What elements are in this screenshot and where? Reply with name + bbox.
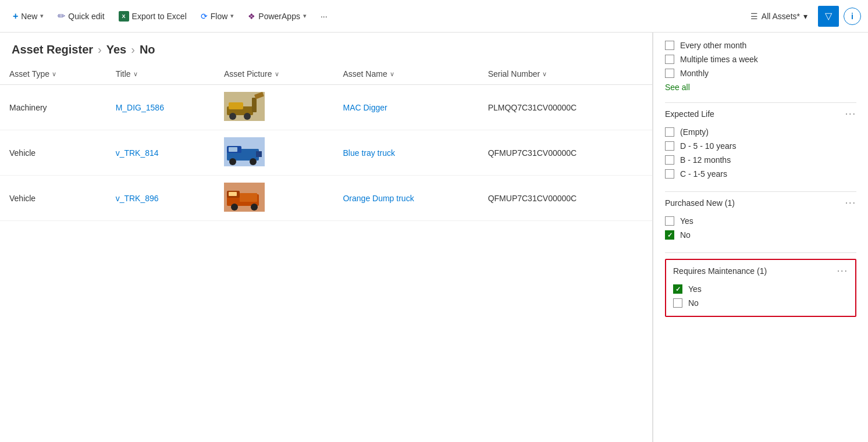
filter-section-requires-maintenance: Requires Maintenance (1) ··· Yes No — [665, 259, 856, 317]
svg-point-12 — [250, 158, 257, 165]
asset-type-cell: Vehicle — [0, 130, 106, 176]
toolbar: + New ▾ ✏ Quick edit X Export to Excel ⟳… — [0, 0, 868, 33]
serial-number-cell: PLMQQ7C31CV00000C — [479, 85, 652, 130]
filter-item-maint-no[interactable]: No — [673, 296, 848, 310]
label-purchased-yes: Yes — [680, 216, 693, 226]
title-cell[interactable]: v_TRK_896 — [106, 176, 215, 221]
all-assets-button[interactable]: ☰ All Assets* ▾ — [745, 8, 813, 24]
col-title-label: Title — [116, 69, 131, 79]
info-icon: i — [851, 12, 853, 21]
svg-rect-2 — [229, 102, 243, 109]
cb-purchased-no[interactable] — [665, 230, 674, 240]
filter-item-maint-yes[interactable]: Yes — [673, 282, 848, 296]
breadcrumb-level2: No — [140, 43, 155, 56]
quick-edit-button[interactable]: ✏ Quick edit — [52, 7, 110, 25]
cb-1-5-years[interactable] — [665, 169, 674, 179]
requires-maintenance-header: Requires Maintenance (1) ··· — [673, 266, 848, 276]
table-row: Vehicle v_TRK_814 Blue tray truck QFMUP7… — [0, 130, 652, 176]
col-asset-name-label: Asset Name — [343, 69, 387, 79]
filter-item-monthly[interactable]: Monthly — [665, 66, 856, 80]
svg-point-11 — [229, 158, 236, 165]
filter-item-purchased-yes[interactable]: Yes — [665, 214, 856, 228]
all-assets-chevron-icon: ▾ — [803, 12, 807, 21]
breadcrumb-sep-1: › — [98, 43, 102, 56]
asset-name-cell[interactable]: Orange Dump truck — [333, 176, 478, 221]
purchased-new-menu-icon[interactable]: ··· — [845, 198, 856, 208]
filter-item-empty[interactable]: (Empty) — [665, 125, 856, 139]
filter-item-multiple-times[interactable]: Multiple times a week — [665, 52, 856, 66]
label-every-other-month: Every other month — [680, 41, 746, 50]
excel-icon: X — [119, 11, 129, 22]
asset-table: Asset Type ∨ Title ∨ Asset Picture — [0, 63, 652, 221]
list-area: Asset Register › Yes › No Asset Type ∨ — [0, 33, 653, 442]
col-header-asset-type[interactable]: Asset Type ∨ — [0, 63, 106, 85]
table-row: Machinery M_DIG_1586 MAC Digger PLMQQ7C3… — [0, 85, 652, 130]
cb-empty[interactable] — [665, 127, 674, 137]
col-asset-picture-sort-icon: ∨ — [275, 70, 279, 78]
filter-item-1-5-years[interactable]: C - 1-5 years — [665, 167, 856, 181]
quick-edit-label: Quick edit — [68, 12, 104, 21]
export-excel-button[interactable]: X Export to Excel — [113, 8, 193, 25]
svg-point-18 — [231, 204, 238, 211]
cb-12-months[interactable] — [665, 155, 674, 165]
new-icon: + — [13, 11, 18, 22]
filter-item-5-10-years[interactable]: D - 5 - 10 years — [665, 139, 856, 153]
flow-icon: ⟳ — [201, 12, 208, 21]
label-purchased-no: No — [680, 230, 691, 240]
title-cell[interactable]: M_DIG_1586 — [106, 85, 215, 130]
filter-button[interactable]: ▽ — [818, 6, 839, 27]
divider-2 — [665, 191, 856, 192]
all-assets-label: All Assets* — [762, 12, 800, 21]
cb-purchased-yes[interactable] — [665, 216, 674, 226]
more-button[interactable]: ··· — [315, 8, 333, 24]
requires-maintenance-menu-icon[interactable]: ··· — [837, 266, 848, 276]
col-header-asset-name[interactable]: Asset Name ∨ — [333, 63, 478, 85]
expected-life-menu-icon[interactable]: ··· — [845, 109, 856, 119]
cb-5-10-years[interactable] — [665, 141, 674, 151]
table-header-row: Asset Type ∨ Title ∨ Asset Picture — [0, 63, 652, 85]
serial-number-cell: QFMUP7C31CV00000C — [479, 130, 652, 176]
info-button[interactable]: i — [844, 8, 861, 25]
flow-label: Flow — [211, 12, 228, 21]
filter-item-purchased-no[interactable]: No — [665, 228, 856, 242]
asset-name-cell[interactable]: Blue tray truck — [333, 130, 478, 176]
col-serial-number-sort-icon: ∨ — [542, 70, 547, 78]
new-button[interactable]: + New ▾ — [7, 8, 49, 25]
col-serial-number-label: Serial Number — [488, 69, 540, 79]
main-content: Asset Register › Yes › No Asset Type ∨ — [0, 33, 868, 442]
export-label: Export to Excel — [132, 12, 187, 21]
purchased-new-title: Purchased New (1) — [665, 198, 735, 208]
filter-item-12-months[interactable]: B - 12 months — [665, 153, 856, 167]
expected-life-title: Expected Life — [665, 109, 714, 119]
powerapps-button[interactable]: ❖ PowerApps ▾ — [242, 8, 312, 24]
lines-icon: ☰ — [750, 12, 758, 21]
cb-maint-no[interactable] — [673, 298, 682, 308]
divider-1 — [665, 102, 856, 103]
cb-every-other-month[interactable] — [665, 41, 674, 50]
asset-name-cell[interactable]: MAC Digger — [333, 85, 478, 130]
asset-picture-cell — [215, 130, 333, 176]
powerapps-chevron-icon: ▾ — [303, 12, 307, 20]
purchased-new-header: Purchased New (1) ··· — [665, 198, 856, 208]
title-cell[interactable]: v_TRK_814 — [106, 130, 215, 176]
svg-rect-5 — [252, 98, 257, 112]
svg-point-3 — [229, 113, 236, 120]
col-header-serial-number[interactable]: Serial Number ∨ — [479, 63, 652, 85]
filter-item-every-other-month[interactable]: Every other month — [665, 38, 856, 52]
asset-type-cell: Vehicle — [0, 176, 106, 221]
svg-point-4 — [244, 113, 251, 120]
filter-section-purchased-new: Purchased New (1) ··· Yes No — [665, 198, 856, 242]
table-row: Vehicle v_TRK_896 Orange Dump truck QFMU… — [0, 176, 652, 221]
see-all-link[interactable]: See all — [665, 83, 856, 92]
col-header-title[interactable]: Title ∨ — [106, 63, 215, 85]
col-asset-picture-label: Asset Picture — [224, 69, 272, 79]
label-12-months: B - 12 months — [680, 155, 731, 165]
svg-rect-17 — [229, 192, 237, 196]
svg-point-19 — [251, 204, 258, 211]
cb-multiple-times[interactable] — [665, 55, 674, 64]
flow-button[interactable]: ⟳ Flow ▾ — [195, 8, 240, 24]
new-chevron-icon: ▾ — [40, 12, 44, 20]
cb-monthly[interactable] — [665, 69, 674, 78]
cb-maint-yes[interactable] — [673, 284, 682, 294]
col-header-asset-picture[interactable]: Asset Picture ∨ — [215, 63, 333, 85]
